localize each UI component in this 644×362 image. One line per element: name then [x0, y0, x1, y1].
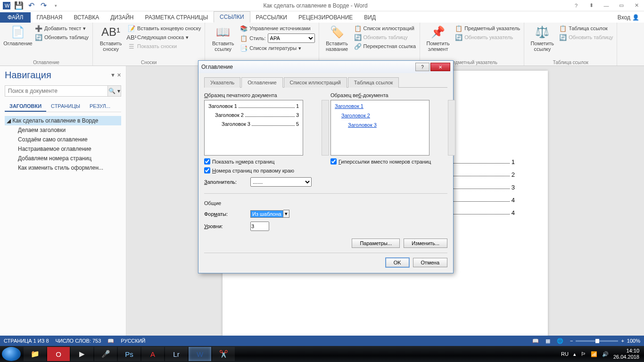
dialog-help-button[interactable]: ?	[415, 63, 429, 71]
authorities-table-button[interactable]: 📋Таблица ссылок	[559, 25, 613, 32]
tab-insert[interactable]: ВСТАВКА	[68, 12, 105, 23]
insert-endnote-button[interactable]: 📝Вставить концевую сноску	[128, 25, 201, 32]
taskbar-opera[interactable]: O	[47, 347, 70, 361]
search-button[interactable]: 🔍 ▾	[107, 86, 121, 96]
dlg-tab-figures[interactable]: Список иллюстраций	[284, 77, 347, 88]
dialog-close-button[interactable]: ✕	[430, 63, 450, 71]
insert-citation-button[interactable]: 📖 Вставить ссылку	[209, 25, 237, 52]
tray-action-center-icon[interactable]: 🏳	[581, 351, 586, 357]
tray-volume-icon[interactable]: 🔊	[602, 351, 609, 357]
nav-tab-pages[interactable]: СТРАНИЦЫ	[46, 101, 85, 112]
dlg-tab-authorities[interactable]: Таблица ссылок	[348, 77, 399, 88]
ok-button[interactable]: OK	[386, 258, 409, 267]
help-icon[interactable]: ?	[570, 1, 582, 10]
nav-heading-item[interactable]: Делаем заголовки	[16, 125, 121, 135]
zoom-in-icon[interactable]: +	[621, 338, 624, 344]
mark-entry-button[interactable]: 📌 Пометить элемент	[424, 25, 452, 52]
preview-scrollbar[interactable]	[448, 100, 455, 156]
nav-heading-item[interactable]: Как изменить стиль оформлен...	[16, 163, 121, 173]
undo-icon[interactable]: ↶	[26, 1, 36, 10]
nav-heading-root[interactable]: ◢ Как сделать оглавление в Ворде	[5, 116, 121, 125]
nav-heading-item[interactable]: Настраиваемое оглавление	[16, 144, 121, 154]
update-captions-button[interactable]: 🔄Обновить таблицу	[354, 33, 416, 41]
cross-reference-button[interactable]: 🔗Перекрестная ссылка	[354, 42, 416, 50]
nav-heading-item[interactable]: Создаём само оглавление	[16, 135, 121, 144]
view-read-icon[interactable]: 📖	[532, 338, 539, 344]
insert-index-button[interactable]: 📋Предметный указатель	[455, 25, 520, 32]
manage-sources-button[interactable]: 📚Управление источниками	[240, 25, 314, 32]
status-language[interactable]: РУССКИЙ	[121, 338, 145, 344]
filler-select[interactable]: .......	[250, 177, 312, 187]
start-button[interactable]	[2, 347, 21, 361]
minimize-icon[interactable]: —	[601, 1, 612, 10]
tab-references[interactable]: ССЫЛКИ	[214, 11, 250, 23]
dialog-titlebar[interactable]: Оглавление ? ✕	[198, 61, 453, 73]
citation-style-select[interactable]: APA	[268, 33, 315, 43]
tab-file[interactable]: ФАЙЛ	[0, 12, 31, 23]
status-page[interactable]: СТРАНИЦА 1 ИЗ 8	[4, 338, 49, 344]
mark-citation-button[interactable]: ⚖️ Пометить ссылку	[528, 25, 556, 52]
taskbar-media[interactable]: ▶	[71, 347, 93, 361]
close-icon[interactable]: ✕	[631, 1, 642, 10]
dlg-tab-index[interactable]: Указатель	[204, 77, 240, 88]
tray-clock[interactable]: 14:10 26.04.2018	[613, 348, 639, 360]
taskbar-lightroom[interactable]: Lr	[165, 347, 188, 361]
tab-review[interactable]: РЕЦЕНЗИРОВАНИЕ	[293, 12, 358, 23]
tab-mailings[interactable]: РАССЫЛКИ	[250, 12, 293, 23]
tab-design[interactable]: ДИЗАЙН	[105, 12, 139, 23]
zoom-out-icon[interactable]: −	[570, 338, 573, 344]
formats-select[interactable]: Из шаблона	[250, 210, 283, 218]
taskbar-photoshop[interactable]: Ps	[118, 347, 140, 361]
search-input[interactable]	[5, 86, 107, 96]
view-web-icon[interactable]: 🌐	[557, 338, 563, 344]
status-words[interactable]: ЧИСЛО СЛОВ: 753	[56, 338, 101, 344]
figures-list-button[interactable]: 📋Список иллюстраций	[354, 25, 416, 32]
zoom-slider[interactable]	[576, 340, 618, 342]
bibliography-button[interactable]: 📑Список литературы ▾	[240, 44, 314, 52]
figures-list-icon: 📋	[354, 25, 362, 32]
update-index-button[interactable]: 🔄Обновить указатель	[455, 33, 520, 41]
redo-icon[interactable]: ↷	[39, 1, 48, 10]
nav-tab-results[interactable]: РЕЗУЛ...	[85, 101, 115, 112]
taskbar-word[interactable]: W	[189, 347, 211, 361]
modify-button[interactable]: Изменить...	[404, 239, 447, 248]
tray-lang[interactable]: RU	[561, 351, 569, 357]
proofing-icon[interactable]: 📖	[107, 338, 114, 344]
preview-scrollbar[interactable]	[322, 100, 329, 156]
levels-spinner[interactable]	[250, 222, 269, 231]
taskbar-snipping[interactable]: ✂️	[212, 347, 235, 361]
formats-dropdown-icon[interactable]: ▾	[283, 210, 289, 218]
qat-customize-icon[interactable]: ▾	[51, 1, 60, 10]
taskbar-acrobat[interactable]: A	[141, 347, 164, 361]
show-page-numbers-checkbox[interactable]	[204, 158, 210, 165]
nav-heading-item[interactable]: Добавляем номера страниц	[16, 154, 121, 163]
tab-home[interactable]: ГЛАВНАЯ	[31, 12, 68, 23]
add-text-button[interactable]: ➕Добавить текст ▾	[35, 25, 89, 32]
cancel-button[interactable]: Отмена	[413, 258, 447, 267]
taskbar-explorer[interactable]: 📁	[24, 347, 46, 361]
tab-layout[interactable]: РАЗМЕТКА СТРАНИЦЫ	[140, 12, 214, 23]
tray-show-hidden-icon[interactable]: ▴	[573, 351, 576, 357]
dlg-tab-toc[interactable]: Оглавление	[241, 77, 282, 88]
nav-tab-headings[interactable]: ЗАГОЛОВКИ	[5, 101, 46, 112]
update-toc-button[interactable]: 🔄Обновить таблицу	[35, 33, 89, 41]
tab-view[interactable]: ВИД	[358, 12, 381, 23]
update-authorities-button[interactable]: 🔄Обновить таблицу	[559, 33, 613, 41]
save-icon[interactable]: 💾	[14, 1, 24, 10]
maximize-icon[interactable]: ▭	[616, 1, 627, 10]
toc-button[interactable]: 📄 Оглавление	[4, 25, 32, 46]
view-print-icon[interactable]: ▦	[545, 338, 550, 344]
show-footnotes-button[interactable]: ☰Показать сноски	[128, 42, 201, 50]
right-align-checkbox[interactable]	[204, 167, 210, 173]
parameters-button[interactable]: Параметры...	[352, 239, 400, 248]
hyperlinks-checkbox[interactable]	[330, 158, 337, 165]
taskbar-app[interactable]: 🎤	[94, 347, 117, 361]
signin-link[interactable]: Вход 👤	[613, 12, 644, 23]
ribbon-toggle-icon[interactable]: ⬍	[586, 1, 597, 10]
nav-pane-controls[interactable]: ▼ ✕	[110, 72, 121, 78]
next-footnote-button[interactable]: AB¹Следующая сноска ▾	[128, 33, 201, 41]
insert-caption-button[interactable]: 🏷️ Вставить название	[323, 25, 351, 52]
tray-network-icon[interactable]: 📶	[591, 351, 597, 357]
insert-footnote-button[interactable]: AB¹ Вставить сноску	[97, 25, 125, 52]
zoom-value[interactable]: 100%	[627, 338, 640, 344]
